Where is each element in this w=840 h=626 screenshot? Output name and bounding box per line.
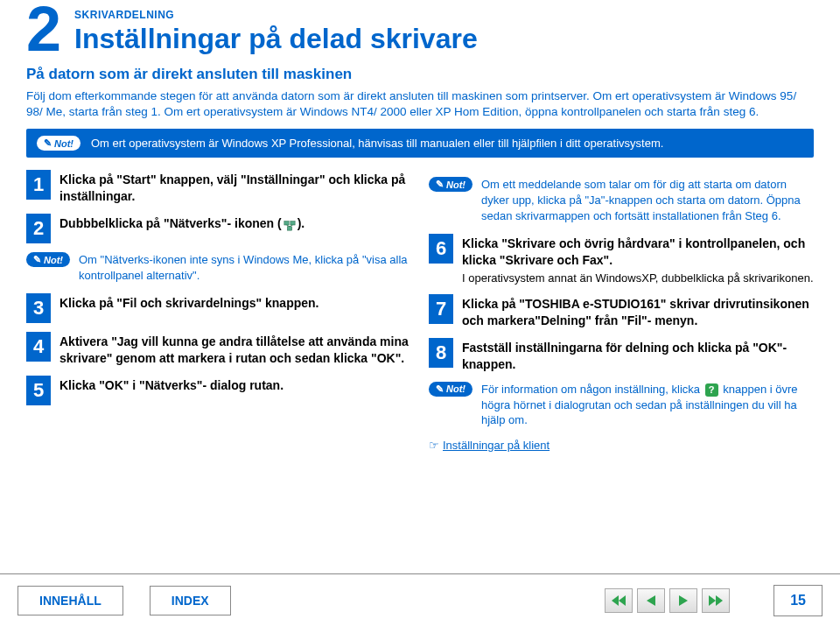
step-number: 2 (26, 214, 51, 243)
svg-marker-9 (709, 595, 716, 606)
svg-marker-8 (679, 595, 688, 606)
svg-line-4 (290, 225, 293, 227)
step-1: 1 Klicka på "Start" knappen, välj "Instä… (26, 170, 411, 205)
svg-marker-10 (716, 595, 723, 606)
svg-marker-5 (619, 595, 626, 606)
pencil-icon: ✎ (436, 179, 444, 190)
right-column: ✎ Not! Om ett meddelande som talar om fö… (429, 170, 814, 451)
step-text: Aktivera "Jag vill kunna ge andra tillåt… (60, 332, 411, 367)
step-number: 1 (26, 170, 51, 200)
right-note-1: ✎ Not! Om ett meddelande som talar om fö… (429, 177, 814, 223)
step-number: 7 (429, 294, 453, 324)
svg-rect-2 (287, 226, 291, 229)
svg-marker-6 (612, 595, 619, 606)
network-icon (284, 219, 296, 231)
first-page-button[interactable] (605, 588, 633, 613)
page-title: Inställningar på delad skrivare (74, 23, 814, 55)
svg-line-3 (286, 225, 290, 227)
step-text: Klicka "Skrivare och övrig hårdvara" i k… (462, 234, 814, 269)
page-number: 15 (774, 585, 822, 616)
index-button[interactable]: INDEX (150, 586, 231, 615)
left-note-text: Om "Nätverks-ikonen inte syns i Windows … (79, 252, 411, 283)
step-2: 2 Dubbbelklicka på "Nätverks"- ikonen ()… (26, 214, 411, 243)
step-text: Klicka på "TOSHIBA e-STUDIO161" skrivar … (462, 294, 814, 329)
pointing-hand-icon: ☞ (429, 439, 439, 452)
step-text: Fastställ inställningarna för delning oc… (462, 338, 814, 373)
prev-page-button[interactable] (637, 588, 665, 613)
pencil-icon: ✎ (436, 383, 444, 395)
subtitle: På datorn som är direkt ansluten till ma… (26, 66, 814, 83)
step-number: 5 (26, 376, 51, 405)
last-page-button[interactable] (702, 588, 730, 613)
step-7: 7 Klicka på "TOSHIBA e-STUDIO161" skriva… (429, 294, 814, 329)
step-3: 3 Klicka på "Fil och skrivardelnings" kn… (26, 293, 411, 323)
step-text: Klicka på "Start" knappen, välj "Inställ… (60, 170, 411, 205)
svg-marker-7 (647, 595, 655, 606)
left-note: ✎ Not! Om "Nätverks-ikonen inte syns i W… (26, 252, 411, 283)
svg-rect-1 (290, 221, 295, 224)
svg-rect-0 (284, 221, 289, 224)
next-page-button[interactable] (669, 588, 697, 613)
step-number: 6 (429, 234, 453, 264)
right-note2-text: För information om någon inställning, kl… (481, 382, 814, 428)
intro-text: Följ dom efterkommande stegen för att an… (26, 88, 814, 120)
step-text: Klicka på "Fil och skrivardelnings" knap… (60, 293, 318, 312)
note-badge: ✎ Not! (429, 382, 472, 397)
contents-button[interactable]: INNEHÅLL (18, 586, 123, 615)
note-badge: ✎ Not! (37, 136, 80, 151)
section-label: SKRIVARDELNING (74, 9, 814, 21)
pencil-icon: ✎ (44, 137, 52, 149)
step-subtext: I operativsystem annat än WindowsXP, dub… (462, 271, 814, 286)
note-badge: ✎ Not! (26, 252, 70, 267)
client-settings-link[interactable]: Inställningar på klient (443, 439, 550, 452)
step-text: Dubbbelklicka på "Nätverks"- ikonen (). (60, 214, 304, 232)
top-note-bar: ✎ Not! Om ert operativsystem är Windows … (26, 129, 814, 158)
pencil-icon: ✎ (33, 254, 41, 265)
footer: INNEHÅLL INDEX 15 (0, 573, 840, 626)
chapter-number: 2 (26, 4, 61, 55)
top-note-text: Om ert operativsystem är Windows XP Prof… (91, 137, 663, 150)
step-6: 6 Klicka "Skrivare och övrig hårdvara" i… (429, 234, 814, 285)
step-number: 4 (26, 332, 51, 362)
left-column: 1 Klicka på "Start" knappen, välj "Instä… (26, 170, 411, 451)
step-number: 3 (26, 293, 51, 323)
step-number: 8 (429, 338, 453, 368)
link-row: ☞Inställningar på klient (429, 439, 814, 452)
step-5: 5 Klicka "OK" i "Nätverks"- dialog rutan… (26, 376, 411, 405)
nav-arrows (605, 588, 730, 613)
step-4: 4 Aktivera "Jag vill kunna ge andra till… (26, 332, 411, 367)
note-badge: ✎ Not! (429, 177, 472, 192)
right-note1-text: Om ett meddelande som talar om för dig a… (481, 177, 814, 223)
right-note-2: ✎ Not! För information om någon inställn… (429, 382, 814, 428)
help-icon: ? (705, 383, 718, 397)
step-text: Klicka "OK" i "Nätverks"- dialog rutan. (60, 376, 284, 394)
step-8: 8 Fastställ inställningarna för delning … (429, 338, 814, 373)
